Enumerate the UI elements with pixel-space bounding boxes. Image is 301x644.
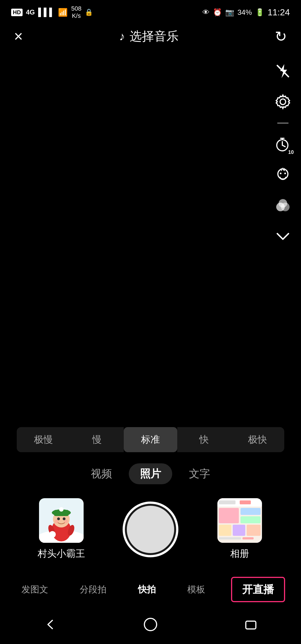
svg-rect-33 xyxy=(219,537,241,539)
data-speed: 508K/s xyxy=(71,5,81,20)
svg-rect-31 xyxy=(233,525,245,536)
back-button[interactable] xyxy=(42,616,59,633)
filters-button[interactable] xyxy=(273,196,293,216)
album-area: 相册 xyxy=(195,498,284,560)
speed-item-fast[interactable]: 快 xyxy=(177,427,231,452)
signal-4g: 4G xyxy=(26,8,35,16)
svg-point-35 xyxy=(144,618,157,631)
svg-rect-36 xyxy=(246,621,256,629)
timer-number: 10 xyxy=(288,149,294,155)
music-note-icon: ♪ xyxy=(119,30,125,43)
vpn-icon: 🔒 xyxy=(85,8,93,16)
nav-segment[interactable]: 分段拍 xyxy=(74,581,112,599)
bottom-nav: 发图文 分段拍 快拍 模板 开直播 xyxy=(0,571,301,611)
user-label: 村头小霸王 xyxy=(38,547,85,560)
mode-video[interactable]: 视频 xyxy=(91,467,112,481)
alarm-icon: ⏰ xyxy=(213,8,222,17)
system-nav xyxy=(0,611,301,644)
svg-point-15 xyxy=(59,507,64,512)
sidebar-divider xyxy=(277,123,288,124)
svg-rect-28 xyxy=(241,508,261,515)
camera-row: 村头小霸王 xyxy=(0,498,301,560)
top-title-area: ♪ 选择音乐 xyxy=(119,28,179,45)
nav-quick[interactable]: 快拍 xyxy=(132,581,161,599)
speed-selector: 极慢 慢 标准 快 极快 xyxy=(17,427,284,452)
status-left: HD 4G ▌▌▌ 📶 508K/s 🔒 xyxy=(11,5,93,20)
svg-rect-25 xyxy=(219,500,236,504)
signal-bars-icon: ▌▌▌ xyxy=(38,8,55,17)
svg-point-1 xyxy=(280,99,286,105)
svg-point-5 xyxy=(284,173,286,174)
svg-point-18 xyxy=(55,519,59,523)
hd-badge: HD xyxy=(11,9,23,16)
refresh-button[interactable]: ↻ xyxy=(275,28,287,45)
home-button[interactable] xyxy=(142,616,159,633)
flash-button[interactable] xyxy=(273,61,293,81)
timer-button[interactable]: 10 xyxy=(273,135,293,154)
nav-post[interactable]: 发图文 xyxy=(16,581,54,599)
svg-point-3 xyxy=(278,169,288,179)
settings-button[interactable] xyxy=(273,92,293,112)
eye-icon: 👁 xyxy=(202,8,210,17)
album-label: 相册 xyxy=(230,547,249,560)
mode-photo[interactable]: 照片 xyxy=(129,463,172,484)
recents-button[interactable] xyxy=(242,616,259,633)
svg-point-22 xyxy=(49,531,56,538)
nav-template[interactable]: 模板 xyxy=(182,581,211,599)
wifi-icon: 📶 xyxy=(58,8,68,17)
user-profile-area: 村头小霸王 xyxy=(17,498,106,560)
expand-button[interactable] xyxy=(273,227,293,246)
svg-rect-29 xyxy=(241,516,261,523)
svg-rect-26 xyxy=(240,500,251,504)
right-sidebar: 10 xyxy=(273,61,293,246)
mode-selector: 视频 照片 文字 xyxy=(0,463,301,484)
status-bar: HD 4G ▌▌▌ 📶 508K/s 🔒 👁 ⏰ 📷 34% 🔋 11:24 xyxy=(0,0,301,23)
bottom-section: 极慢 慢 标准 快 极快 视频 照片 文字 xyxy=(0,427,301,644)
svg-point-19 xyxy=(64,519,68,523)
nav-live[interactable]: 开直播 xyxy=(231,577,285,602)
shutter-inner xyxy=(127,506,174,553)
svg-rect-27 xyxy=(219,508,239,523)
status-right: 👁 ⏰ 📷 34% 🔋 11:24 xyxy=(202,7,290,18)
svg-point-4 xyxy=(280,173,281,174)
svg-rect-32 xyxy=(247,525,261,536)
mode-text[interactable]: 文字 xyxy=(189,467,210,481)
beauty-button[interactable] xyxy=(273,165,293,185)
camera-icon-status: 📷 xyxy=(225,8,234,17)
user-avatar[interactable] xyxy=(39,498,84,543)
svg-rect-30 xyxy=(219,525,231,536)
svg-point-8 xyxy=(279,199,287,208)
battery-percent: 34% xyxy=(237,8,252,17)
speed-item-standard[interactable]: 标准 xyxy=(124,427,177,452)
album-thumbnail[interactable] xyxy=(217,498,262,543)
time-display: 11:24 xyxy=(268,7,290,18)
speed-item-very-fast[interactable]: 极快 xyxy=(231,427,284,452)
shutter-center xyxy=(106,502,195,557)
speed-item-very-slow[interactable]: 极慢 xyxy=(17,427,70,452)
top-bar: × ♪ 选择音乐 ↻ xyxy=(0,23,301,50)
close-button[interactable]: × xyxy=(14,29,23,44)
battery-icon: 🔋 xyxy=(255,8,264,17)
shutter-button[interactable] xyxy=(123,502,178,557)
title-text: 选择音乐 xyxy=(130,28,179,45)
svg-rect-34 xyxy=(242,537,254,539)
speed-item-slow[interactable]: 慢 xyxy=(70,427,124,452)
